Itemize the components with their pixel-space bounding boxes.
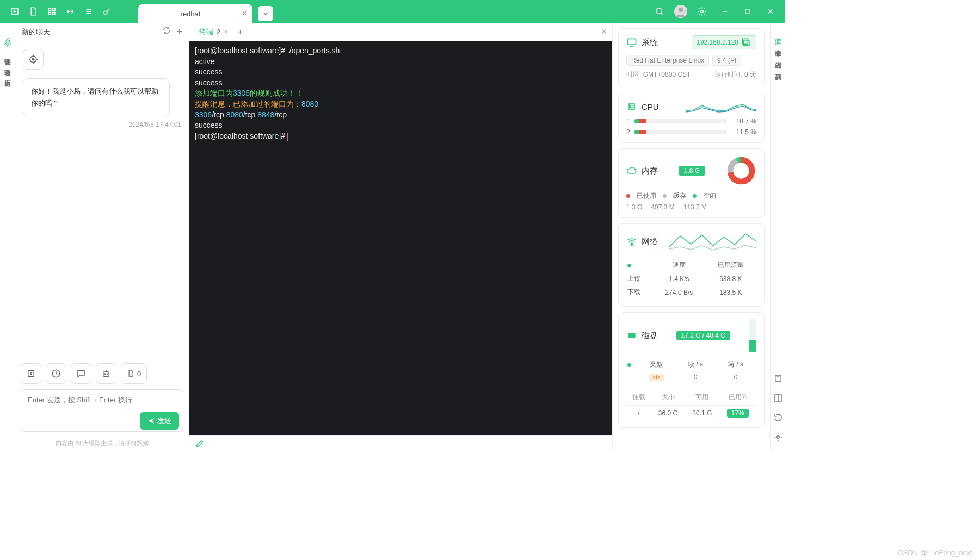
svg-rect-15 [745,9,750,14]
terminal-tabs: 终端 2 × + × [189,23,612,41]
left-tab-filemgr[interactable]: 文件管理 [2,48,13,59]
svg-point-9 [656,8,662,14]
terminal-tab[interactable]: 终端 2 × [195,27,232,37]
titlebar-right [651,3,785,20]
chat-input-area: 发送 [15,389,189,439]
refresh-icon[interactable] [162,26,171,38]
chat-messages: 你好！我是小易，请问有什么我可以帮助你的吗？ 2024/6/8 17:47:01 [15,41,189,363]
avatar[interactable] [674,5,687,18]
wifi-icon [626,236,637,247]
disk-title: 磁盘 [642,331,658,341]
svg-rect-41 [628,333,635,338]
svg-rect-4 [53,13,56,15]
file-icon[interactable] [25,3,41,20]
chat-title: 新的聊天 [22,27,50,37]
memory-title: 内存 [642,166,658,176]
settings-icon[interactable] [772,431,784,443]
svg-point-29 [107,374,108,375]
svg-point-28 [104,374,106,375]
svg-point-40 [631,244,633,246]
list-icon[interactable] [81,3,97,20]
plus-icon[interactable]: + [176,26,182,38]
svg-point-13 [701,10,704,13]
terminal-footer [189,435,612,451]
network-table: 速度已用流量 上传1.4 K/s638.8 K 下载274.0 B/s183.5… [626,258,756,300]
tool-robot-icon[interactable] [96,363,116,384]
svg-point-25 [30,373,32,375]
svg-rect-34 [742,39,748,44]
close-icon[interactable]: × [224,28,228,36]
close-panel-icon[interactable]: × [601,26,607,38]
cpu-card: CPU 110.7 %211.5 % [618,92,765,143]
monitor-panel: 系统 192.168.2.128 Red Hat Enterprise Linu… [612,23,770,451]
reload-icon[interactable] [772,412,784,424]
right-tab-monitor[interactable]: 监控 [772,29,784,36]
grid-icon[interactable] [44,3,60,20]
right-tab-download[interactable]: 下载列表 [772,65,784,72]
left-sidebar: 小易× 文件管理 命令管理 历史命令 [0,23,15,451]
monitor-icon [626,37,637,48]
cpu-sparkline [686,99,756,114]
tab-dropdown[interactable] [258,6,273,21]
tool-clock-icon[interactable] [46,363,66,384]
tool-chat-icon[interactable] [71,363,91,384]
svg-rect-33 [744,40,749,46]
svg-rect-36 [631,105,633,108]
target-icon[interactable] [23,49,44,70]
search-icon[interactable] [651,3,668,20]
right-tab-quickcmd[interactable]: 快速命令 [772,41,784,48]
svg-rect-35 [629,104,634,109]
cpu-icon [626,101,637,112]
chat-timestamp: 2024/6/8 17:47:01 [23,121,181,128]
terminal-output[interactable]: [root@localhost software]# ./open_ports.… [189,41,612,435]
ip-badge[interactable]: 192.168.2.128 [692,35,756,49]
titlebar-left-icons [0,3,122,20]
svg-rect-3 [48,13,51,15]
right-tab-upload[interactable]: 上传列表 [772,53,784,60]
layout-icon[interactable] [772,392,784,404]
tab-title: redhat [181,10,201,18]
svg-rect-31 [628,39,636,45]
network-sparkline [669,231,756,252]
tool-cube-icon[interactable] [21,363,41,384]
disk-icon [626,330,637,341]
chat-disclaimer: 内容由 AI 大模型生成，请仔细甄别 [15,439,189,451]
disk-mount-table: 挂载大小可用已用% /36.0 G30.1 G17% [626,389,756,421]
close-icon[interactable]: × [242,9,247,18]
svg-line-10 [661,13,663,15]
notebook-icon[interactable] [772,372,784,384]
svg-rect-42 [775,375,781,382]
svg-rect-1 [48,8,51,11]
cpu-title: CPU [642,102,659,111]
network-card: 网络 速度已用流量 上传1.4 K/s638.8 K 下载274.0 B/s18… [618,223,765,307]
pencil-icon[interactable] [195,439,205,449]
close-icon[interactable]: × [4,36,11,42]
key-icon[interactable] [99,3,115,20]
system-card: 系统 192.168.2.128 Red Hat Enterprise Linu… [618,28,765,86]
os-badge: Red Hat Enterprise Linux [626,55,709,66]
svg-rect-2 [53,8,56,11]
titlebar: redhat × [0,0,785,23]
version-badge: 9.4 (Pl [712,55,741,66]
tab-redhat[interactable]: redhat × [138,4,252,23]
right-sidebar: 监控 快速命令 上传列表 下载列表 [770,23,785,451]
minimize-button[interactable] [717,3,733,20]
terminal-panel: 终端 2 × + × [root@localhost software]# ./… [189,23,612,451]
svg-point-46 [776,436,779,439]
gear-icon[interactable] [694,3,710,20]
left-tab-cmdmgr[interactable]: 命令管理 [2,59,13,70]
svg-point-19 [32,58,34,60]
chat-header: 新的聊天 + [15,23,189,41]
maximize-button[interactable] [739,3,756,20]
close-button[interactable] [762,3,779,20]
memory-total: 1.8 G [679,166,705,176]
disk-usage-bar [749,319,756,352]
left-tab-xiaoyi[interactable]: 小易× [2,29,13,48]
link-icon[interactable] [62,3,78,20]
send-button[interactable]: 发送 [140,412,179,430]
add-terminal-icon[interactable]: + [238,27,243,37]
cloud-icon [626,165,637,176]
left-tab-history[interactable]: 历史命令 [2,70,13,80]
tool-file-count[interactable]: 0 [121,363,147,384]
run-icon[interactable] [7,3,23,20]
